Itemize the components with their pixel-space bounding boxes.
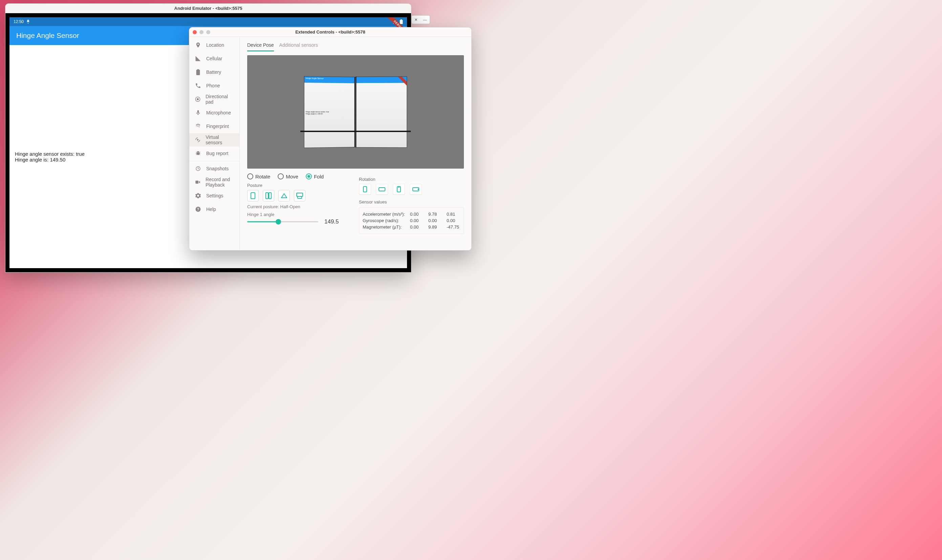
sidebar-item-battery[interactable]: Battery — [189, 65, 239, 79]
help-icon: ? — [195, 206, 202, 212]
radio-fold[interactable]: Fold — [306, 173, 324, 180]
sidebar-item-label: Settings — [206, 193, 223, 198]
hinge-angle-label: Hinge 1 angle — [247, 212, 349, 217]
tabs: Device Pose Additional sensors — [247, 40, 464, 52]
sidebar-item-virtual-sensors[interactable]: Virtual sensors — [189, 133, 239, 146]
hinge-angle-slider[interactable] — [247, 218, 318, 225]
device-right-panel — [356, 76, 407, 148]
sidebar-item-label: Bug report — [206, 151, 228, 156]
posture-tabletop-button[interactable] — [294, 190, 305, 202]
dpad-icon — [195, 96, 201, 103]
rotation-portrait-button[interactable] — [359, 184, 371, 195]
controls-main: Device Pose Additional sensors Hinge Ang… — [240, 37, 471, 250]
sidebar-item-label: Snapshots — [206, 166, 229, 171]
sidebar-item-label: Virtual sensors — [206, 134, 234, 145]
sidebar-item-label: Location — [206, 42, 224, 48]
svg-rect-13 — [379, 188, 385, 191]
background-window-controls: ✕ — — [411, 15, 430, 24]
svg-rect-10 — [297, 193, 303, 196]
home-indicator — [151, 265, 266, 267]
sidebar-item-label: Cellular — [206, 56, 222, 61]
sidebar-item-location[interactable]: Location — [189, 38, 239, 52]
emulator-titlebar[interactable]: Android Emulator - <build>:5575 — [5, 4, 411, 13]
sensor-row-mag: Magnetometer (µT): 0.00 9.89 -47.75 — [363, 225, 460, 229]
controls-title: Extended Controls - <build>:5578 — [189, 29, 471, 35]
sidebar-item-label: Microphone — [206, 110, 231, 115]
posture-buttons — [247, 190, 349, 202]
sidebar-divider — [189, 161, 239, 161]
status-time: 12:50 — [14, 19, 24, 24]
device-base — [300, 131, 411, 132]
sidebar-item-record[interactable]: Record and Playback — [189, 175, 239, 189]
snapshots-icon — [195, 165, 202, 172]
posture-label: Posture — [247, 183, 349, 188]
battery-icon — [195, 69, 202, 75]
posture-flat-button[interactable] — [263, 190, 274, 202]
rotation-landscape-rev-button[interactable] — [410, 184, 422, 195]
minimize-icon[interactable] — [199, 30, 203, 34]
notification-icon — [26, 19, 31, 24]
svg-rect-7 — [251, 193, 255, 199]
tab-additional-sensors[interactable]: Additional sensors — [279, 40, 318, 51]
svg-rect-4 — [195, 181, 199, 184]
signal-icon — [393, 19, 397, 24]
tab-device-pose[interactable]: Device Pose — [247, 40, 274, 51]
sidebar-item-label: Help — [206, 206, 216, 212]
sidebar-item-label: Fingerprint — [206, 123, 229, 129]
sensor-values-label: Sensor values — [359, 199, 464, 205]
sidebar-item-phone[interactable]: Phone — [189, 79, 239, 92]
maximize-icon[interactable] — [206, 30, 210, 34]
emulator-title: Android Emulator - <build>:5575 — [174, 6, 242, 11]
location-icon — [195, 42, 202, 48]
hinge-angle-value: 149.5 — [325, 218, 339, 225]
sidebar-item-fingerprint[interactable]: Fingerprint — [189, 120, 239, 133]
rotation-buttons — [359, 184, 464, 195]
sensor-values-table: Accelerometer (m/s²): 0.00 9.78 0.81 Gyr… — [359, 207, 464, 234]
controls-titlebar[interactable]: Extended Controls - <build>:5578 — [189, 28, 471, 37]
svg-rect-11 — [298, 196, 302, 198]
traffic-lights — [193, 30, 210, 34]
android-status-bar: 12:50 — [9, 17, 407, 26]
svg-rect-9 — [269, 193, 271, 199]
microphone-icon — [195, 109, 202, 116]
close-icon[interactable]: ✕ — [414, 18, 417, 22]
sidebar-item-help[interactable]: ? Help — [189, 203, 239, 216]
sidebar-item-cellular[interactable]: Cellular — [189, 52, 239, 65]
sensor-row-gyro: Gyroscope (rad/s): 0.00 0.00 0.00 — [363, 218, 460, 223]
rotation-portrait-rev-button[interactable] — [393, 184, 405, 195]
device-3d: Hinge Angle Sensor Hinge angle sensor ex… — [304, 77, 407, 148]
sidebar-item-microphone[interactable]: Microphone — [189, 106, 239, 120]
posture-closed-button[interactable] — [247, 190, 259, 202]
device-pose-preview[interactable]: Hinge Angle Sensor Hinge angle sensor ex… — [247, 55, 464, 169]
svg-point-1 — [197, 98, 199, 100]
gear-icon — [195, 192, 202, 199]
sidebar-item-settings[interactable]: Settings — [189, 189, 239, 203]
sensor-row-accel: Accelerometer (m/s²): 0.00 9.78 0.81 — [363, 212, 460, 217]
bug-icon — [195, 150, 202, 157]
svg-text:?: ? — [197, 207, 199, 211]
sidebar-item-bug-report[interactable]: Bug report — [189, 146, 239, 160]
svg-rect-12 — [363, 186, 367, 192]
radio-rotate[interactable]: Rotate — [247, 173, 270, 180]
svg-rect-8 — [266, 193, 268, 199]
record-icon — [195, 179, 201, 186]
sidebar-item-label: Record and Playback — [206, 177, 234, 188]
sidebar-item-dpad[interactable]: Directional pad — [189, 92, 239, 106]
rotation-landscape-button[interactable] — [376, 184, 388, 195]
svg-point-2 — [197, 140, 199, 140]
cellular-icon — [195, 55, 202, 62]
posture-tent-button[interactable] — [278, 190, 290, 202]
sensors-icon — [195, 137, 201, 143]
extended-controls-window: Extended Controls - <build>:5578 Locatio… — [189, 27, 472, 251]
sidebar-item-label: Phone — [206, 83, 220, 88]
device-left-panel: Hinge Angle Sensor Hinge angle sensor ex… — [304, 76, 355, 148]
close-icon[interactable] — [193, 30, 197, 34]
current-posture-text: Current posture: Half-Open — [247, 204, 349, 209]
controls-sidebar: Location Cellular Battery Phone Directio… — [189, 37, 240, 250]
rotation-label: Rotation — [359, 177, 464, 182]
sidebar-item-snapshots[interactable]: Snapshots — [189, 162, 239, 175]
battery-icon — [400, 19, 403, 24]
sidebar-item-label: Battery — [206, 69, 221, 75]
radio-move[interactable]: Move — [278, 173, 298, 180]
minimize-icon[interactable]: — — [423, 18, 427, 22]
